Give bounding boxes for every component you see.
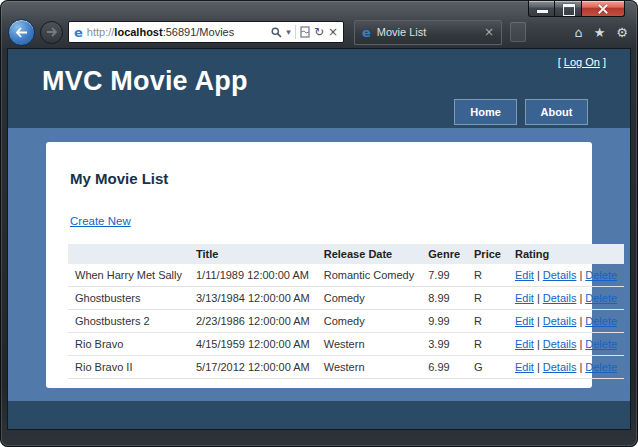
movie-table: Title Release Date Genre Price Rating Wh… [68, 244, 624, 379]
table-row: Rio Bravo 4/15/1959 12:00:00 AM Western … [68, 333, 624, 356]
date-cell: 2/23/1986 12:00:00 AM [189, 310, 317, 333]
delete-link[interactable]: Delete [585, 269, 617, 281]
genre-cell: Comedy [317, 287, 421, 310]
header-price: Price [467, 244, 508, 264]
edit-link[interactable]: Edit [515, 361, 534, 373]
edit-link[interactable]: Edit [515, 315, 534, 327]
details-link[interactable]: Details [543, 338, 577, 350]
edit-link[interactable]: Edit [515, 338, 534, 350]
rating-cell: G [467, 356, 508, 379]
date-cell: 5/17/2012 12:00:00 AM [189, 356, 317, 379]
header-rating: Rating [508, 244, 624, 264]
header-genre: Genre [421, 244, 467, 264]
maximize-button[interactable] [555, 1, 582, 17]
address-bar-controls: ▾ ↻ × [271, 25, 338, 39]
home-icon[interactable]: ⌂ [574, 26, 582, 39]
movie-name-cell: When Harry Met Sally [68, 264, 189, 287]
rating-cell: R [467, 264, 508, 287]
date-cell: 1/11/1989 12:00:00 AM [189, 264, 317, 287]
site-footer [8, 401, 630, 429]
navigation-bar: e http://localhost:56891/Movies ▾ ↻ × e [8, 17, 628, 47]
table-row: Rio Bravo II 5/17/2012 12:00:00 AM Weste… [68, 356, 624, 379]
forward-button[interactable] [40, 21, 63, 44]
logon-area: [ Log On ] [558, 56, 606, 68]
tab-movie-list[interactable]: e Movie List × [354, 20, 502, 45]
price-cell: 9.99 [421, 310, 467, 333]
favorites-star-icon[interactable]: ★ [594, 26, 606, 39]
stop-icon[interactable]: × [328, 26, 338, 38]
genre-cell: Western [317, 356, 421, 379]
price-cell: 7.99 [421, 264, 467, 287]
actions-cell: Edit|Details|Delete [508, 287, 624, 310]
rating-cell: R [467, 310, 508, 333]
delete-link[interactable]: Delete [585, 338, 617, 350]
details-link[interactable]: Details [543, 361, 577, 373]
table-row: Ghostbusters 2 2/23/1986 12:00:00 AM Com… [68, 310, 624, 333]
action-separator: | [579, 338, 582, 350]
logon-link[interactable]: Log On [564, 56, 600, 68]
nav-home-button[interactable]: Home [454, 99, 517, 125]
action-separator: | [537, 269, 540, 281]
ie-favicon-icon: e [74, 26, 83, 39]
delete-link[interactable]: Delete [585, 315, 617, 327]
actions-cell: Edit|Details|Delete [508, 333, 624, 356]
action-separator: | [579, 292, 582, 304]
new-tab-button[interactable] [510, 22, 526, 42]
search-icon[interactable] [271, 27, 282, 38]
content-box: My Movie List Create New Title Release D… [46, 142, 592, 388]
price-cell: 8.99 [421, 287, 467, 310]
actions-cell: Edit|Details|Delete [508, 264, 624, 287]
browser-window: e http://localhost:56891/Movies ▾ ↻ × e [0, 0, 638, 447]
action-separator: | [537, 361, 540, 373]
main-area: My Movie List Create New Title Release D… [8, 128, 630, 401]
movie-name-cell: Rio Bravo [68, 333, 189, 356]
logon-close-bracket: ] [600, 56, 606, 68]
caption-buttons [528, 1, 625, 17]
header-title: Title [189, 244, 317, 264]
table-row: When Harry Met Sally 1/11/1989 12:00:00 … [68, 264, 624, 287]
create-new-link[interactable]: Create New [70, 215, 131, 227]
page-heading: My Movie List [70, 170, 570, 187]
header-release-date: Release Date [317, 244, 421, 264]
address-bar[interactable]: e http://localhost:56891/Movies ▾ ↻ × [68, 21, 344, 43]
edit-link[interactable]: Edit [515, 292, 534, 304]
minimize-button[interactable] [528, 1, 555, 17]
action-separator: | [579, 269, 582, 281]
nav-about-button[interactable]: About [525, 99, 588, 125]
details-link[interactable]: Details [543, 292, 577, 304]
compatibility-view-icon[interactable] [300, 26, 310, 38]
edit-link[interactable]: Edit [515, 269, 534, 281]
site-menu: Home About [454, 99, 588, 125]
table-row: Ghostbusters 3/13/1984 12:00:00 AM Comed… [68, 287, 624, 310]
tab-title: Movie List [377, 26, 427, 38]
back-arrow-icon [15, 27, 28, 38]
close-button[interactable] [582, 1, 625, 17]
actions-cell: Edit|Details|Delete [508, 356, 624, 379]
divider [295, 25, 296, 39]
tab-favicon-icon: e [362, 26, 371, 39]
delete-link[interactable]: Delete [585, 361, 617, 373]
action-separator: | [579, 361, 582, 373]
action-separator: | [537, 292, 540, 304]
delete-link[interactable]: Delete [585, 292, 617, 304]
browser-toolbar-icons: ⌂ ★ ⚙ [574, 26, 628, 39]
details-link[interactable]: Details [543, 315, 577, 327]
genre-cell: Comedy [317, 310, 421, 333]
page-viewport: [ Log On ] MVC Movie App Home About My M… [7, 48, 631, 430]
header-row: Title Release Date Genre Price Rating [68, 244, 624, 264]
tools-gear-icon[interactable]: ⚙ [616, 26, 628, 39]
header-empty [68, 244, 189, 264]
details-link[interactable]: Details [543, 269, 577, 281]
site-header: [ Log On ] MVC Movie App Home About [8, 49, 630, 128]
back-button[interactable] [8, 19, 35, 46]
tab-close-icon[interactable]: × [484, 25, 494, 39]
movie-name-cell: Rio Bravo II [68, 356, 189, 379]
refresh-icon[interactable]: ↻ [314, 26, 324, 38]
rating-cell: R [467, 333, 508, 356]
price-cell: 6.99 [421, 356, 467, 379]
action-separator: | [537, 338, 540, 350]
search-dropdown-icon[interactable]: ▾ [286, 27, 291, 37]
movie-name-cell: Ghostbusters 2 [68, 310, 189, 333]
date-cell: 3/13/1984 12:00:00 AM [189, 287, 317, 310]
url-text: http://localhost:56891/Movies [87, 26, 234, 38]
